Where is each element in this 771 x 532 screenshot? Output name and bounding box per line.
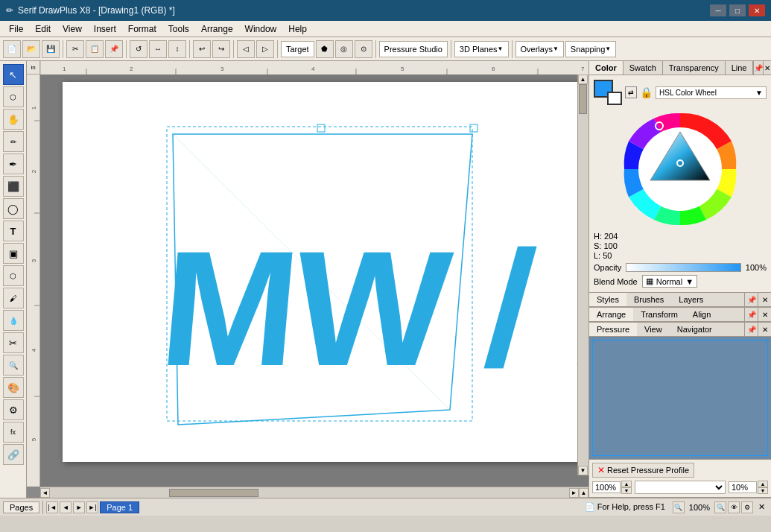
pressure-input2[interactable] [729, 481, 757, 493]
paste-btn[interactable]: 📌 [105, 40, 123, 58]
app-close-btn[interactable]: ✕ [749, 4, 765, 16]
tab-styles[interactable]: Styles [589, 293, 626, 306]
spin-up1[interactable]: ▲ [621, 481, 632, 487]
pen-tool[interactable]: ✒ [3, 153, 24, 174]
rotate-btn[interactable]: ↺ [130, 40, 147, 58]
rect-tool[interactable]: ⬛ [3, 176, 24, 197]
text-tool[interactable]: T [3, 221, 24, 241]
color-wheel[interactable] [621, 110, 740, 229]
panel-pin-arrange[interactable]: 📌 [744, 308, 758, 321]
panel-close-arrange[interactable]: ✕ [758, 308, 771, 321]
fx-tool[interactable]: fx [3, 422, 24, 443]
hscroll-left[interactable]: ◄ [40, 488, 50, 498]
link-tool[interactable]: 🔗 [3, 444, 24, 465]
reset-pressure-btn[interactable]: ✕ Reset Pressure Profile [592, 463, 694, 478]
tab-color[interactable]: Color [589, 61, 624, 75]
navigator-preview[interactable] [589, 337, 771, 459]
tab-navigator[interactable]: Navigator [670, 323, 720, 336]
hscroll-thumb[interactable] [169, 489, 258, 497]
swap-colors-btn[interactable]: ⇄ [625, 86, 637, 98]
tab-pressure[interactable]: Pressure [589, 323, 637, 336]
cut-btn[interactable]: ✂ [66, 40, 84, 58]
panel-pin-color[interactable]: 📌 [753, 61, 763, 75]
open-btn[interactable]: 📂 [22, 40, 40, 58]
page-first-btn[interactable]: |◄ [46, 501, 58, 513]
menu-help[interactable]: Help [282, 22, 313, 36]
menu-edit[interactable]: Edit [29, 22, 57, 36]
panel-pin-pressure[interactable]: 📌 [744, 323, 758, 336]
menu-insert[interactable]: Insert [88, 22, 122, 36]
lock-color-btn[interactable]: 🔒 [640, 86, 653, 98]
tab-transparency[interactable]: Transparency [663, 61, 726, 75]
bottom-bar-close[interactable]: ✕ [755, 501, 768, 514]
redo-btn[interactable]: ↪ [212, 40, 230, 58]
flip-btn[interactable]: ↔ [149, 40, 167, 58]
zoom-in-btn[interactable]: 🔍 [714, 501, 726, 513]
spin-down1[interactable]: ▼ [621, 487, 632, 494]
node-tool[interactable]: ⬡ [3, 86, 24, 107]
brush-tool[interactable]: 🖌 [3, 288, 24, 308]
page-last-btn[interactable]: ►| [86, 501, 98, 513]
menu-view[interactable]: View [57, 22, 88, 36]
connector-tool[interactable]: ⚙ [3, 399, 24, 420]
blend-mode-selector[interactable]: ▦ Normal ▼ [642, 275, 697, 288]
tab-align[interactable]: Align [685, 308, 718, 321]
pressure-profile-select[interactable] [635, 481, 726, 494]
pencil-tool[interactable]: ✏ [3, 131, 24, 152]
planes-label[interactable]: 3D Planes ▼ [454, 41, 509, 57]
pressure-studio-label[interactable]: Pressure Studio [379, 41, 448, 57]
target-label[interactable]: Target [281, 41, 314, 57]
frame-tool[interactable]: ▣ [3, 243, 24, 264]
pan-tool[interactable]: ✋ [3, 109, 24, 130]
tab-brushes[interactable]: Brushes [626, 293, 671, 306]
snapping-label[interactable]: Snapping ▼ [565, 41, 616, 57]
scissors-tool[interactable]: ✂ [3, 332, 24, 353]
transform-c-btn[interactable]: ⊙ [355, 40, 372, 58]
new-btn[interactable]: 📄 [3, 40, 21, 58]
page-prev-btn[interactable]: ◄ [60, 501, 72, 513]
vscrollbar[interactable]: ▲ ▼ [577, 75, 588, 475]
display-options-btn[interactable]: ⚙ [741, 501, 753, 513]
app-maximize-btn[interactable]: □ [729, 4, 746, 16]
tab-line[interactable]: Line [726, 61, 754, 75]
app-minimize-btn[interactable]: ─ [710, 4, 726, 16]
spin-up2[interactable]: ▲ [758, 481, 768, 487]
pages-tab[interactable]: Pages [3, 501, 39, 513]
menu-window[interactable]: Window [239, 22, 283, 36]
align-right-btn[interactable]: ▷ [256, 40, 274, 58]
menu-format[interactable]: Format [122, 22, 162, 36]
tab-swatch[interactable]: Swatch [624, 61, 663, 75]
transform-a-btn[interactable]: ⬟ [316, 40, 334, 58]
vscroll-down[interactable]: ▼ [578, 466, 588, 475]
ellipse-tool[interactable]: ◯ [3, 198, 24, 219]
stroke-swatch[interactable] [607, 92, 622, 105]
menu-file[interactable]: File [3, 22, 29, 36]
spin-down2[interactable]: ▼ [758, 487, 768, 494]
vscroll-up[interactable]: ▲ [578, 75, 588, 84]
menu-tools[interactable]: Tools [162, 22, 195, 36]
color-model-selector[interactable]: HSL Color Wheel ▼ [656, 86, 767, 99]
hscrollbar[interactable]: ◄ ► ▲ [40, 487, 588, 498]
copy-btn[interactable]: 📋 [86, 40, 104, 58]
tab-arrange[interactable]: Arrange [589, 308, 633, 321]
vscroll-thumb[interactable] [579, 84, 587, 114]
zoom-tool[interactable]: 🔍 [3, 355, 24, 376]
page-up-btn[interactable]: ▲ [579, 488, 588, 498]
hscroll-right[interactable]: ► [569, 488, 579, 498]
mirror-btn[interactable]: ↕ [168, 40, 186, 58]
tab-layers[interactable]: Layers [671, 293, 711, 306]
canvas-inner[interactable]: MW / DT ▲ ▼ [40, 75, 588, 487]
panel-close-color[interactable]: ✕ [763, 61, 771, 75]
select-tool[interactable]: ↖ [3, 64, 24, 85]
menu-arrange[interactable]: Arrange [195, 22, 239, 36]
transform-b-btn[interactable]: ◎ [335, 40, 353, 58]
opacity-slider[interactable] [626, 263, 741, 272]
tab-transform[interactable]: Transform [633, 308, 685, 321]
align-left-btn[interactable]: ◁ [237, 40, 255, 58]
page1-tab[interactable]: Page 1 [100, 501, 139, 513]
eyedropper-tool[interactable]: 🎨 [3, 377, 24, 398]
panel-close-styles[interactable]: ✕ [758, 293, 771, 306]
pressure-input1[interactable] [592, 481, 621, 493]
fill-tool[interactable]: 💧 [3, 310, 24, 331]
panel-pin-styles[interactable]: 📌 [744, 293, 758, 306]
